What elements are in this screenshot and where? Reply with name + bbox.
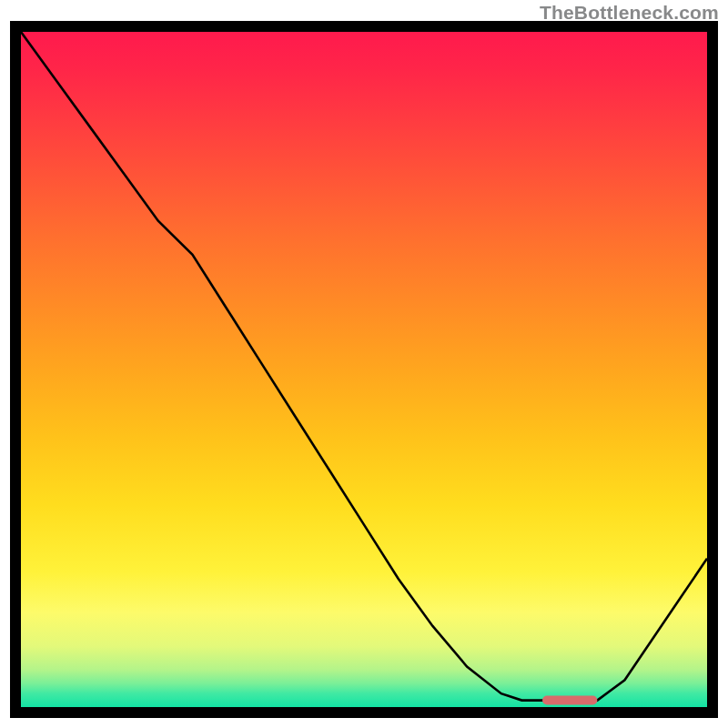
chart-plot-area [21, 32, 707, 707]
chart-svg [21, 32, 707, 707]
bottleneck-marker [542, 696, 597, 705]
chart-background [21, 32, 707, 707]
